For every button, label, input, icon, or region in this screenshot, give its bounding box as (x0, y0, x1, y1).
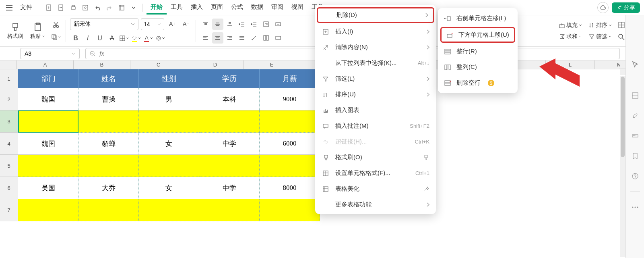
justify-icon[interactable] (236, 32, 248, 44)
merge-icon[interactable] (272, 19, 284, 30)
table-cell[interactable]: 男 (139, 88, 199, 110)
menu-tab-公式[interactable]: 公式 (227, 1, 247, 15)
menu-tab-视图[interactable]: 视图 (287, 1, 308, 15)
menu-tab-数据[interactable]: 数据 (247, 1, 267, 15)
italic-icon[interactable]: I (82, 33, 93, 44)
col-header[interactable]: A (17, 60, 74, 69)
table-cell[interactable] (199, 199, 260, 221)
context-menu-item[interactable]: 从下拉列表中选择(K)...Alt+↓ (315, 55, 436, 71)
undo-icon[interactable] (92, 2, 103, 13)
align-middle-icon[interactable] (212, 19, 223, 30)
table-cell[interactable]: 貂蝉 (78, 133, 139, 155)
menu-tab-工具[interactable]: 工具 (167, 1, 187, 15)
cut-icon[interactable] (50, 19, 62, 31)
table-cell[interactable] (18, 199, 78, 221)
row-header[interactable]: 7 (0, 199, 18, 221)
cloud-sync-icon[interactable] (597, 2, 609, 13)
bold-icon[interactable]: B (70, 33, 81, 44)
col-header[interactable]: B (74, 60, 130, 69)
help-icon[interactable]: ? (630, 171, 640, 181)
table-cell[interactable]: 9000 (260, 88, 320, 110)
wrap-icon[interactable] (260, 19, 272, 30)
filter-button[interactable]: 筛选 (586, 31, 614, 42)
preview-icon[interactable] (80, 2, 91, 13)
name-box[interactable]: A3 (20, 48, 80, 59)
cursor-icon[interactable] (630, 60, 640, 69)
col-header[interactable]: D (187, 60, 244, 69)
table-cell[interactable]: 8000 (260, 177, 320, 199)
context-menu-item[interactable]: 删除(D) (317, 7, 434, 23)
font-select[interactable]: 新宋体 (70, 18, 138, 30)
submenu-item[interactable]: 下方单元格上移(U) (440, 27, 515, 43)
col-header[interactable]: E (244, 60, 300, 69)
decrease-indent-icon[interactable] (236, 19, 248, 30)
table-cell[interactable] (199, 110, 260, 133)
collapse-icon[interactable]: — (620, 60, 625, 75)
vertical-scrollbar[interactable] (620, 76, 625, 257)
table-cell[interactable] (18, 155, 78, 177)
context-menu-item[interactable]: 更多表格功能 (315, 197, 436, 212)
more-icon[interactable] (630, 202, 640, 212)
context-menu-item[interactable]: 清除内容(N) (315, 40, 436, 55)
submenu-item[interactable]: 整行(R) (438, 44, 518, 59)
row-header[interactable]: 3 (0, 110, 18, 133)
row-header[interactable]: 4 (0, 133, 18, 155)
table-cell[interactable]: 曹操 (78, 88, 139, 110)
table-cell[interactable] (78, 155, 139, 177)
context-menu-item[interactable]: 筛选(L) (315, 71, 436, 87)
context-menu-item[interactable]: 表格美化 (315, 181, 436, 197)
dropdown-icon[interactable] (128, 2, 139, 13)
share-button[interactable]: 分享 (612, 2, 640, 13)
table-style-icon[interactable] (116, 2, 127, 13)
font-size-select[interactable]: 14 (141, 18, 164, 30)
increase-indent-icon[interactable] (248, 19, 260, 30)
context-menu-item[interactable]: 排序(U) (315, 87, 436, 102)
autofit-icon[interactable] (272, 32, 284, 44)
table-header-cell[interactable]: 性别 (139, 69, 199, 88)
table-cell[interactable]: 6000 (260, 133, 320, 155)
menu-tab-插入[interactable]: 插入 (187, 1, 207, 15)
row-header[interactable]: 5 (0, 155, 18, 177)
table-cell[interactable] (78, 199, 139, 221)
submenu-item[interactable]: 整列(C) (438, 59, 518, 75)
bookmark-icon[interactable] (630, 151, 640, 161)
underline-icon[interactable]: U (94, 33, 105, 44)
context-menu-item[interactable]: 插入批注(M)Shift+F2 (315, 118, 436, 134)
ruler-icon[interactable] (630, 131, 640, 141)
table-header-cell[interactable]: 学历 (199, 69, 260, 88)
context-menu-item[interactable]: 插入图表 (315, 102, 436, 118)
copy-icon[interactable] (50, 31, 62, 43)
align-right-icon[interactable] (224, 32, 235, 44)
page-right-icon[interactable] (56, 2, 66, 13)
align-top-icon[interactable] (200, 19, 211, 30)
align-bottom-icon[interactable] (224, 19, 235, 30)
row-header[interactable]: 1 (0, 69, 18, 88)
table-cell[interactable] (260, 199, 320, 221)
table-cell[interactable]: 女 (139, 177, 199, 199)
table-cell[interactable]: 大乔 (78, 177, 139, 199)
layout-icon[interactable] (630, 91, 640, 100)
table-cell[interactable] (139, 199, 199, 221)
align-center-icon[interactable] (212, 32, 223, 44)
fill-button[interactable]: 填充 (556, 20, 584, 31)
row-header[interactable]: 2 (0, 88, 18, 110)
menu-tab-开始[interactable]: 开始 (147, 1, 167, 15)
select-all-corner[interactable] (0, 60, 17, 69)
table-cell[interactable]: 中学 (199, 133, 260, 155)
file-menu[interactable]: 文件 (16, 1, 36, 14)
table-header-cell[interactable]: 姓名 (78, 69, 139, 88)
increase-font-icon[interactable]: A+ (167, 18, 178, 29)
table-header-cell[interactable]: 部门 (18, 69, 78, 88)
table-cell[interactable]: 魏国 (18, 133, 78, 155)
redo-icon[interactable] (104, 2, 115, 13)
table-cell[interactable] (199, 155, 260, 177)
row-header[interactable]: 6 (0, 177, 18, 199)
table-cell[interactable]: 中学 (199, 177, 260, 199)
table-header-cell[interactable]: 月薪 (260, 69, 320, 88)
paste-group[interactable]: 粘贴 (28, 22, 48, 40)
decrease-font-icon[interactable]: A− (180, 18, 192, 29)
align-left-icon[interactable] (200, 32, 211, 44)
context-menu-item[interactable]: 插入(I) (315, 24, 436, 40)
effects-icon[interactable] (155, 33, 166, 44)
sum-button[interactable]: 求和 (556, 31, 584, 42)
